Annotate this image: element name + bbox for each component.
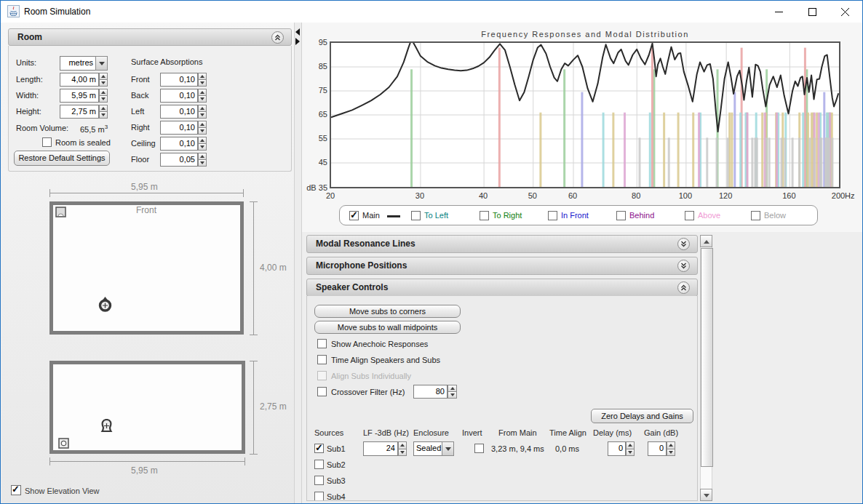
minimize-button[interactable] [762,1,795,23]
sub2-enable-checkbox[interactable] [314,460,324,469]
absorption-input[interactable]: 0,10 [160,137,198,151]
sub1-enclosure-select[interactable]: Sealed [413,441,442,456]
crossover-filter-checkbox[interactable] [317,387,327,396]
sub1-lf-spinner-down[interactable] [398,449,407,457]
legend-checkbox-above[interactable] [685,211,694,220]
room-dim-spinner-down[interactable] [99,96,108,103]
sub1-gain-spinner-down[interactable] [667,449,675,457]
sub1-lf-spinner-up[interactable] [398,441,407,449]
room-dim-spinner-down[interactable] [99,80,108,87]
listener-icon-topview[interactable] [97,296,114,316]
sub1-enclosure-arrow[interactable] [442,441,454,456]
absorption-spinner[interactable] [198,105,207,119]
absorption-spinner-down[interactable] [198,160,207,167]
legend-checkbox-behind[interactable] [616,211,626,220]
sub3-enable-checkbox[interactable] [314,476,324,485]
legend-checkbox-to-right[interactable] [480,211,489,220]
absorption-spinner[interactable] [198,73,207,87]
legend-checkbox-to-left[interactable] [411,211,421,220]
listener-head-icon-elevation[interactable] [99,419,114,438]
legend-checkbox-main[interactable] [349,211,359,220]
absorption-spinner[interactable] [198,121,207,135]
vertical-scrollbar[interactable] [700,235,712,501]
move-subs-to-wall-midpoints-button[interactable]: Move subs to wall midpoints [314,321,461,334]
sub1-delay-input[interactable]: 0 [608,441,626,456]
sub1-invert-checkbox[interactable] [474,444,484,453]
sub1-delay-spinner-up[interactable] [626,441,635,449]
expand-panel-icon[interactable] [677,238,690,250]
collapse-panel-icon[interactable] [677,281,690,294]
sub1-lf-spinner[interactable] [398,441,407,456]
absorption-input[interactable]: 0,10 [160,105,198,119]
room-dim-spinner[interactable] [99,105,108,119]
room-panel-header[interactable]: Room [8,28,292,46]
align-subs-individually-checkbox [317,371,327,380]
subwoofer-icon-topview[interactable] [55,207,66,220]
subwoofer-icon-elevation[interactable] [58,438,69,452]
maximize-button[interactable] [795,1,829,23]
room-dim-spinner[interactable] [99,73,108,87]
panel-header-modal-resonance-lines[interactable]: Modal Resonance Lines [306,235,698,253]
splitter[interactable] [294,23,302,503]
absorption-spinner-down[interactable] [198,144,207,151]
sub1-lf-input[interactable]: 24 [363,441,398,456]
absorption-spinner-up[interactable] [198,121,207,128]
absorption-spinner[interactable] [198,153,207,167]
sub1-gain-spinner-up[interactable] [667,441,675,449]
scrollbar-up-button[interactable] [700,235,712,247]
sub4-enable-checkbox[interactable] [314,492,324,501]
absorption-spinner-up[interactable] [198,73,207,80]
scrollbar-down-button[interactable] [700,489,712,501]
move-subs-to-corners-button[interactable]: Move subs to corners [314,305,461,318]
close-button[interactable] [827,1,862,23]
absorption-spinner-down[interactable] [198,80,207,87]
room-is-sealed-checkbox[interactable] [42,137,52,147]
absorption-spinner-up[interactable] [198,137,207,144]
absorption-input[interactable]: 0,10 [160,121,198,135]
units-select[interactable]: metres [60,56,96,71]
sub1-gain-spinner[interactable] [667,441,675,456]
panel-header-speaker-controls[interactable]: Speaker Controls [306,279,698,297]
absorption-spinner-down[interactable] [198,128,207,135]
sub1-enable-checkbox[interactable] [314,444,324,453]
units-select-arrow[interactable] [95,56,108,71]
room-dim-spinner-down[interactable] [99,112,108,119]
absorption-input[interactable]: 0,05 [160,153,198,167]
sub1-label: Sub1 [327,444,346,453]
room-dim-spinner-up[interactable] [99,105,108,112]
crossover-filter-spinner[interactable] [448,385,457,399]
sub1-delay-spinner-down[interactable] [626,449,635,457]
restore-default-settings-button[interactable]: Restore Default Settings [14,151,110,166]
absorption-spinner-up[interactable] [198,153,207,160]
expand-panel-icon[interactable] [677,260,690,272]
sub1-delay-spinner[interactable] [626,441,635,456]
scrollbar-thumb[interactable] [701,248,713,467]
room-dim-input[interactable]: 2,75 m [60,105,99,119]
absorption-spinner-up[interactable] [198,105,207,112]
absorption-input[interactable]: 0,10 [160,73,198,87]
room-dim-spinner[interactable] [99,89,108,103]
time-align-speakers-checkbox[interactable] [317,355,327,364]
absorption-spinner[interactable] [198,137,207,151]
panel-header-microphone-positions[interactable]: Microphone Positions [306,257,698,275]
room-dim-spinner-up[interactable] [99,73,108,80]
sub1-gain-input[interactable]: 0 [648,441,667,456]
zero-delays-and-gains-button[interactable]: Zero Delays and Gains [591,409,693,423]
chart-plot[interactable] [330,41,840,188]
absorption-spinner[interactable] [198,89,207,103]
absorption-input[interactable]: 0,10 [160,89,198,103]
collapse-room-panel-icon[interactable] [271,31,284,44]
y-tick-label: 55 [298,134,327,143]
splitter-collapse-left-arrow[interactable] [295,28,300,36]
legend-checkbox-below[interactable] [751,211,760,220]
room-dim-input[interactable]: 5,95 m [60,89,99,103]
room-dim-spinner-up[interactable] [99,89,108,96]
legend-checkbox-in-front[interactable] [548,211,557,220]
show-anechoic-responses-checkbox[interactable] [317,339,327,348]
show-elevation-view-checkbox[interactable] [11,485,21,495]
absorption-spinner-down[interactable] [198,112,207,119]
absorption-spinner-up[interactable] [198,89,207,96]
room-dim-input[interactable]: 4,00 m [60,73,99,87]
absorption-spinner-down[interactable] [198,96,207,103]
crossover-filter-input[interactable]: 80 [413,385,448,399]
